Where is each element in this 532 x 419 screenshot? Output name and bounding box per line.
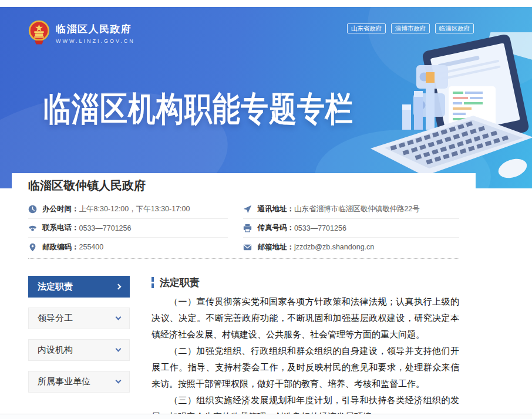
location-icon: [28, 243, 37, 252]
banner-title: 临淄区机构职能专题专栏: [43, 87, 353, 132]
chevron-right-icon: [116, 284, 122, 290]
sidebar-item-legal-duties[interactable]: 法定职责: [28, 276, 130, 298]
info-value: 0533—7701256: [294, 224, 346, 232]
legal-duties-text: （一）宣传贯彻落实党和国家各项方针政策和法律法规；认真执行上级的决议、决定。不断…: [151, 293, 459, 419]
navigation-icon: [243, 205, 252, 214]
main-content: 法定职责 （一）宣传贯彻落实党和国家各项方针政策和法律法规；认真执行上级的决议、…: [151, 276, 459, 419]
paragraph: （二）加强党组织、行政组织和群众组织的自身建设，领导并支持他们开展工作。指导、支…: [151, 343, 459, 392]
chevron-down-icon: [116, 378, 122, 384]
section-title: 法定职责: [160, 276, 200, 289]
info-label: 邮政编码：: [42, 242, 79, 252]
lower-section: 法定职责 领导分工 内设机构 所属事业单位 法定职责 （一）宣传贯彻: [28, 276, 459, 419]
sidebar-item-leadership[interactable]: 领导分工: [28, 308, 130, 329]
info-label: 办公时间：: [42, 204, 79, 214]
chevron-down-icon: [116, 315, 122, 320]
sidebar-item-label: 法定职责: [38, 281, 73, 292]
info-row-postcode: 邮政编码： 255400: [28, 238, 228, 256]
sidebar-item-label: 内设机构: [38, 344, 73, 356]
info-value: 0533—7701256: [79, 224, 132, 232]
info-row-email: 邮箱地址： jzzdzb@zb.shandong.cn: [243, 238, 459, 256]
info-label: 邮箱地址：: [257, 242, 294, 252]
national-emblem-icon: [28, 19, 50, 46]
info-row-phone: 联系电话： 0533—7701256: [28, 219, 228, 238]
info-row-address: 通讯地址： 山东省淄博市临淄区敬仲镇敬仲路22号: [243, 200, 459, 219]
chevron-down-icon: [116, 346, 122, 352]
info-value: jzzdzb@zb.shandong.cn: [294, 243, 374, 251]
org-info-grid: 办公时间： 上午8:30-12:00，下午13:30-17:00 通讯地址： 山…: [28, 200, 459, 259]
sidebar-item-internal-orgs[interactable]: 内设机构: [28, 339, 130, 361]
section-title-row: 法定职责: [151, 276, 459, 289]
fax-icon: [243, 224, 252, 232]
sidebar-nav: 法定职责 领导分工 内设机构 所属事业单位: [28, 276, 130, 419]
info-label: 联系电话：: [42, 223, 79, 233]
org-title: 临淄区敬仲镇人民政府: [12, 173, 476, 200]
site-url: WWW.LINZI.GOV.CN: [56, 38, 135, 44]
info-label: 通讯地址：: [257, 204, 294, 214]
info-value: 上午8:30-12:00，下午13:30-17:00: [79, 204, 190, 214]
info-row-office-hours: 办公时间： 上午8:30-12:00，下午13:30-17:00: [28, 200, 228, 219]
gov-link-linzi[interactable]: 临淄区政府: [435, 23, 474, 33]
hero-banner: 临淄区人民政府 WWW.LINZI.GOV.CN 山东省政府 淄博市政府 临淄区…: [0, 7, 532, 188]
clock-icon: [28, 205, 37, 214]
gov-link-zibo[interactable]: 淄博市政府: [391, 23, 430, 33]
footer-divider: [0, 414, 532, 419]
phone-icon: [28, 224, 37, 232]
mail-icon: [243, 243, 252, 252]
sidebar-item-label: 领导分工: [38, 313, 73, 324]
gov-link-shandong[interactable]: 山东省政府: [347, 23, 386, 33]
info-row-fax: 传真号码： 0533—7701256: [243, 219, 459, 238]
accent-bar-icon: [151, 277, 154, 288]
info-value: 255400: [79, 243, 104, 251]
gov-links-nav: 山东省政府 淄博市政府 临淄区政府: [347, 23, 474, 33]
paragraph: （一）宣传贯彻落实党和国家各项方针政策和法律法规；认真执行上级的决议、决定。不断…: [151, 293, 459, 343]
site-logo[interactable]: 临淄区人民政府 WWW.LINZI.GOV.CN: [28, 19, 135, 46]
site-identity: 临淄区人民政府 WWW.LINZI.GOV.CN: [56, 22, 135, 44]
laptop-illustration: [353, 32, 532, 182]
content-panel: 临淄区敬仲镇人民政府 办公时间： 上午8:30-12:00，下午13:30-17…: [12, 173, 476, 419]
sidebar-item-label: 所属事业单位: [38, 376, 90, 387]
info-value: 山东省淄博市临淄区敬仲镇敬仲路22号: [294, 204, 420, 214]
info-label: 传真号码：: [257, 223, 294, 233]
sidebar-item-subordinate-units[interactable]: 所属事业单位: [28, 371, 130, 393]
site-title: 临淄区人民政府: [56, 22, 135, 36]
